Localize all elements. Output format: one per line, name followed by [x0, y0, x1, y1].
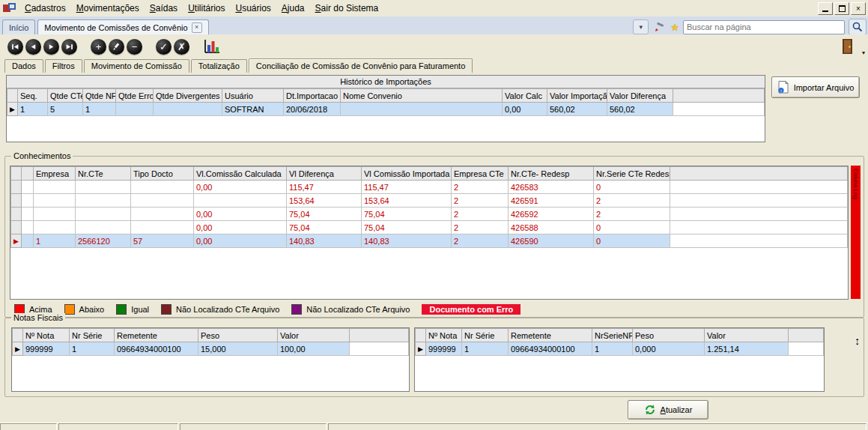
cancel-button[interactable]: ✗ — [174, 39, 189, 55]
grid-cell[interactable]: 75,04 — [287, 208, 362, 221]
grid-cell[interactable]: 0,00 — [194, 221, 287, 234]
grid-cell[interactable]: 0 — [594, 221, 670, 234]
grid-cell[interactable]: 2 — [452, 221, 509, 234]
grid-cell[interactable]: 5 — [48, 103, 83, 116]
grid-cell[interactable]: 75,04 — [287, 221, 362, 234]
grid-cell[interactable]: 15,000 — [198, 342, 278, 356]
row-indicator[interactable] — [11, 208, 22, 221]
search-button[interactable] — [849, 19, 867, 35]
conhecimento-row[interactable]: 153,64 153,64 2 426591 2 — [11, 194, 848, 208]
grid-cell[interactable] — [34, 181, 76, 194]
tab-inicio[interactable]: Início — [2, 19, 35, 34]
row-indicator[interactable] — [11, 221, 22, 234]
grid-cell[interactable]: 426592 — [509, 208, 594, 221]
last-record-button[interactable] — [61, 39, 77, 55]
grid-cell[interactable] — [76, 208, 131, 221]
grid-cell[interactable]: 999999 — [23, 342, 70, 356]
grid-cell[interactable]: 153,64 — [287, 194, 362, 208]
log-column-bar[interactable]: Coluna Log — [851, 166, 861, 299]
grid-cell[interactable]: 2 — [452, 194, 509, 208]
row-indicator-icon[interactable]: ▶ — [7, 103, 18, 116]
tab-conciliacao[interactable]: Conciliação de Comissão de Convênio para… — [249, 58, 473, 73]
grid-cell[interactable]: 2 — [594, 194, 670, 208]
exit-door-button[interactable] — [840, 37, 856, 55]
menu-item-movimentacoes[interactable]: Movimentações — [71, 1, 145, 15]
conhecimento-row[interactable]: 0,00 75,04 75,04 2 426588 0 — [11, 221, 848, 234]
tab-movimento-comissao[interactable]: Movimento de Comissão — [84, 59, 189, 73]
menu-item-sair[interactable]: Sair do Sistema — [310, 1, 384, 15]
collapse-button[interactable]: ▾ — [633, 19, 649, 34]
grid-cell[interactable] — [22, 221, 34, 234]
grid-cell[interactable]: 426590 — [509, 234, 594, 248]
menu-item-cadastros[interactable]: Cadastros — [19, 1, 71, 15]
edit-button[interactable] — [109, 39, 124, 55]
historico-row[interactable]: ▶ 1 5 1 SOFTRAN 20/06/2018 0,00 560,02 5… — [7, 103, 765, 116]
grid-cell[interactable]: 2 — [452, 234, 509, 248]
grid-cell[interactable]: 0,00 — [194, 181, 287, 194]
grid-cell[interactable]: 2 — [452, 208, 509, 221]
grid-cell[interactable] — [131, 221, 194, 234]
grid-cell[interactable]: 20/06/2018 — [284, 103, 341, 116]
grid-cell[interactable] — [116, 103, 154, 116]
grid-cell[interactable]: 0,00 — [194, 208, 287, 221]
grid-cell[interactable]: 140,83 — [287, 234, 362, 248]
conhecimento-row[interactable]: 0,00 75,04 75,04 2 426592 2 — [11, 208, 848, 221]
grid-cell[interactable]: 1 — [83, 103, 116, 116]
grid-cell[interactable] — [22, 181, 34, 194]
grid-cell[interactable]: 09664934000100 — [115, 342, 198, 356]
next-record-button[interactable] — [43, 39, 59, 55]
restore-button[interactable] — [834, 2, 849, 15]
first-record-button[interactable] — [7, 39, 23, 55]
grid-cell[interactable]: 0,00 — [503, 103, 547, 116]
grid-cell[interactable]: 153,64 — [362, 194, 452, 208]
grid-cell[interactable]: 1 — [34, 234, 76, 248]
row-indicator[interactable] — [11, 194, 22, 208]
grid-cell[interactable]: 560,02 — [547, 103, 607, 116]
nota-fiscal-row[interactable]: ▶ 999999 1 09664934000100 1 0,000 1.251,… — [416, 342, 824, 356]
grid-cell[interactable]: 09664934000100 — [509, 342, 592, 356]
grid-cell[interactable]: SOFTRAN — [222, 103, 284, 116]
grid-cell[interactable]: 426583 — [509, 181, 594, 194]
row-indicator-icon[interactable]: ▶ — [13, 342, 23, 356]
grid-cell[interactable]: 1.251,14 — [705, 342, 789, 356]
toolbar-dropdown-icon[interactable]: ▾ — [862, 49, 865, 56]
grid-cell[interactable]: 1 — [18, 103, 48, 116]
favorites-star-icon[interactable]: ★ — [670, 22, 679, 33]
search-input[interactable] — [683, 20, 845, 34]
menu-item-utilitarios[interactable]: Utilitários — [183, 1, 230, 15]
grid-cell[interactable] — [76, 221, 131, 234]
grid-cell[interactable]: 0 — [594, 181, 670, 194]
grid-cell[interactable]: 2 — [452, 181, 509, 194]
row-indicator[interactable] — [11, 181, 22, 194]
grid-cell[interactable] — [34, 208, 76, 221]
grid-cell[interactable]: 1 — [462, 342, 509, 356]
highlight-pen-button[interactable] — [652, 20, 667, 34]
grid-cell[interactable]: 0 — [594, 234, 670, 248]
grid-cell[interactable] — [194, 194, 287, 208]
grid-cell[interactable] — [22, 194, 34, 208]
atualizar-button[interactable]: Atualizar — [628, 400, 708, 420]
grid-cell[interactable] — [76, 181, 131, 194]
grid-cell[interactable]: 100,00 — [278, 342, 350, 356]
menu-item-usuarios[interactable]: Usuários — [230, 1, 276, 15]
conhecimento-row[interactable]: 0,00 115,47 115,47 2 426583 0 — [11, 181, 848, 194]
menu-item-saidas[interactable]: Saídas — [145, 1, 183, 15]
conhecimento-row-selected[interactable]: ▶ 1 2566120 57 0,00 140,83 140,83 2 4265… — [11, 234, 848, 248]
grid-cell[interactable]: 2 — [594, 208, 670, 221]
grid-cell[interactable]: 0,00 — [194, 234, 287, 248]
grid-cell[interactable]: 560,02 — [607, 103, 673, 116]
grid-cell[interactable]: 426591 — [509, 194, 594, 208]
grid-cell[interactable] — [34, 221, 76, 234]
row-indicator-icon[interactable]: ▶ — [416, 342, 426, 356]
insert-button[interactable]: + — [91, 39, 106, 55]
tab-movimento-comissoes[interactable]: Movimento de Comissões de Convênio × — [37, 19, 208, 34]
grid-cell[interactable]: 115,47 — [362, 181, 452, 194]
grid-cell[interactable] — [22, 208, 34, 221]
chart-button[interactable] — [203, 38, 221, 55]
grid-cell[interactable] — [131, 208, 194, 221]
grid-cell[interactable]: 0,000 — [633, 342, 705, 356]
grid-cell[interactable] — [22, 234, 34, 248]
tab-dados[interactable]: Dados — [4, 59, 43, 73]
grid-cell[interactable]: 1 — [70, 342, 115, 356]
confirm-button[interactable]: ✓ — [156, 39, 172, 55]
